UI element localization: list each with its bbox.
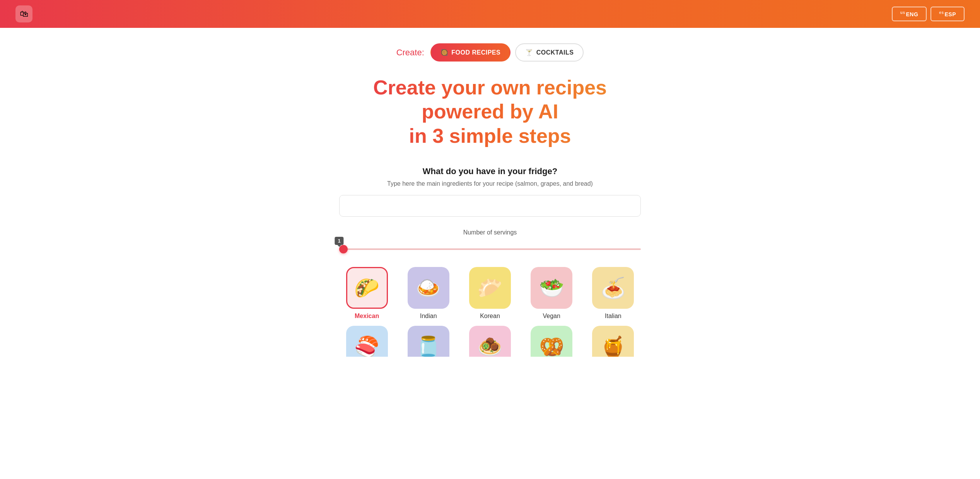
fridge-subtitle: Type here the main ingredients for your … bbox=[339, 180, 641, 187]
servings-slider[interactable] bbox=[339, 248, 641, 250]
servings-section: Number of servings 1 bbox=[339, 229, 641, 251]
cuisine-card-burger[interactable]: 🧆 bbox=[462, 326, 517, 357]
cuisine-name-korean: Korean bbox=[480, 313, 500, 320]
cuisine-icon-burger: 🧆 bbox=[469, 326, 511, 357]
cuisine-icon-greek: 🫙 bbox=[408, 326, 449, 357]
header: 🛍 usENG esESP bbox=[0, 0, 980, 28]
food-recipes-label: FOOD RECIPES bbox=[451, 49, 500, 56]
cuisine-card-greek[interactable]: 🫙 bbox=[401, 326, 456, 357]
cocktails-button[interactable]: 🍸 COCKTAILS bbox=[515, 43, 584, 62]
cuisine-grid-row1: 🌮 Mexican 🍛 Indian 🥟 Korean 🥗 Vegan 🍝 It… bbox=[339, 267, 641, 320]
cuisine-icon-vegan: 🥗 bbox=[531, 267, 572, 309]
cuisine-card-indian[interactable]: 🍛 Indian bbox=[401, 267, 456, 320]
create-toggle-row: Create: 🥘 FOOD RECIPES 🍸 COCKTAILS bbox=[339, 43, 641, 62]
cocktails-emoji: 🍸 bbox=[525, 49, 533, 56]
food-recipes-emoji: 🥘 bbox=[440, 49, 449, 56]
cuisine-card-sauce[interactable]: 🍯 bbox=[586, 326, 641, 357]
slider-value: 1 bbox=[335, 237, 343, 245]
servings-label: Number of servings bbox=[339, 229, 641, 236]
cuisine-card-german[interactable]: 🥨 bbox=[524, 326, 579, 357]
cuisine-card-sushi[interactable]: 🍣 bbox=[339, 326, 394, 357]
cuisine-grid-row2: 🍣 🫙 🧆 🥨 🍯 bbox=[339, 326, 641, 357]
cuisine-name-vegan: Vegan bbox=[543, 313, 560, 320]
cuisine-card-korean[interactable]: 🥟 Korean bbox=[462, 267, 517, 320]
logo: 🛍 bbox=[15, 5, 32, 22]
logo-emoji: 🛍 bbox=[20, 9, 28, 19]
language-switcher: usENG esESP bbox=[892, 7, 965, 21]
lang-eng-button[interactable]: usENG bbox=[892, 7, 927, 21]
logo-icon: 🛍 bbox=[15, 5, 32, 22]
cuisine-icon-sauce: 🍯 bbox=[592, 326, 634, 357]
cuisine-name-italian: Italian bbox=[605, 313, 621, 320]
fridge-section: What do you have in your fridge? Type he… bbox=[339, 166, 641, 229]
cuisine-card-mexican[interactable]: 🌮 Mexican bbox=[339, 267, 394, 320]
create-label: Create: bbox=[396, 48, 424, 58]
lang-esp-button[interactable]: esESP bbox=[930, 7, 965, 21]
cuisine-card-vegan[interactable]: 🥗 Vegan bbox=[524, 267, 579, 320]
hero-heading: Create your own recipes powered by AI in… bbox=[339, 75, 641, 148]
food-recipes-button[interactable]: 🥘 FOOD RECIPES bbox=[430, 43, 510, 62]
fridge-title: What do you have in your fridge? bbox=[339, 166, 641, 176]
ingredient-input[interactable] bbox=[339, 195, 641, 217]
cuisine-icon-italian: 🍝 bbox=[592, 267, 634, 309]
cuisine-card-italian[interactable]: 🍝 Italian bbox=[586, 267, 641, 320]
cuisine-icon-sushi: 🍣 bbox=[346, 326, 388, 357]
cuisine-name-indian: Indian bbox=[420, 313, 437, 320]
cuisine-icon-korean: 🥟 bbox=[469, 267, 511, 309]
cuisine-icon-german: 🥨 bbox=[531, 326, 572, 357]
main-content: Create: 🥘 FOOD RECIPES 🍸 COCKTAILS Creat… bbox=[331, 28, 649, 380]
cocktails-label: COCKTAILS bbox=[536, 49, 574, 56]
cuisine-icon-indian: 🍛 bbox=[408, 267, 449, 309]
mode-toggle: 🥘 FOOD RECIPES 🍸 COCKTAILS bbox=[430, 43, 584, 62]
cuisine-icon-mexican: 🌮 bbox=[346, 267, 388, 309]
slider-container: 1 bbox=[339, 241, 641, 251]
cuisine-name-mexican: Mexican bbox=[355, 313, 379, 320]
